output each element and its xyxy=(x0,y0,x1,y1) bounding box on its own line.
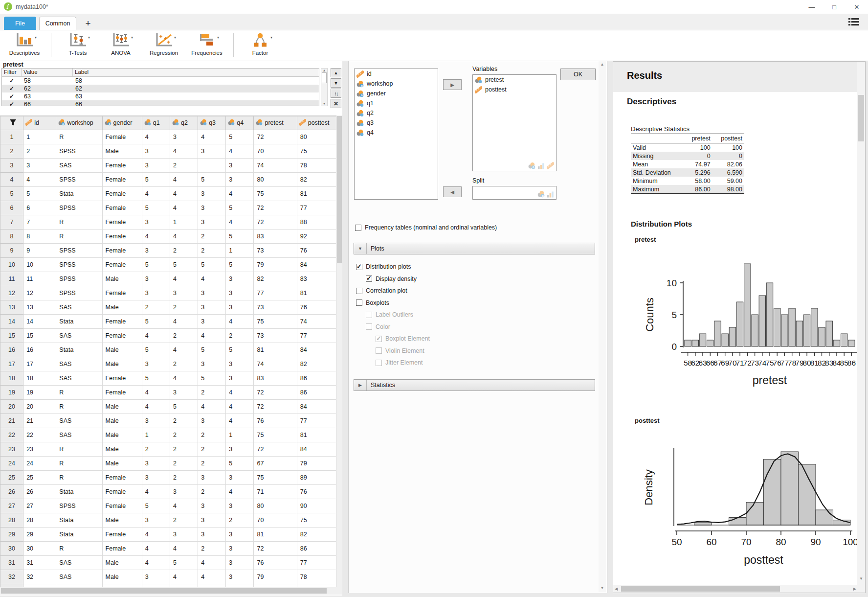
spreadsheet-vertical-scrollbar[interactable] xyxy=(336,115,342,587)
variable-item-gender[interactable]: agender xyxy=(355,89,438,98)
data-cell[interactable]: 18 xyxy=(23,371,56,386)
data-cell[interactable]: 4 xyxy=(170,542,198,556)
data-cell[interactable]: 75 xyxy=(297,144,336,159)
data-cell[interactable]: 75 xyxy=(254,428,297,442)
data-cell[interactable]: 5 xyxy=(170,400,198,414)
data-cell[interactable]: 3 xyxy=(226,286,254,300)
data-cell[interactable]: 5 xyxy=(226,258,254,272)
data-cell[interactable]: SAS xyxy=(56,414,102,428)
data-cell[interactable]: 3 xyxy=(170,528,198,542)
data-cell[interactable]: 4 xyxy=(170,570,198,584)
filter-check-icon[interactable]: ✓ xyxy=(2,101,22,106)
data-cell[interactable]: Female xyxy=(102,528,142,542)
data-cell[interactable]: 3 xyxy=(142,159,170,173)
data-cell[interactable]: 2 xyxy=(198,457,226,471)
data-cell[interactable]: 79 xyxy=(254,258,297,272)
data-cell[interactable]: 1 xyxy=(170,215,198,230)
data-cell[interactable]: SPSS xyxy=(56,244,102,258)
add-tab-button[interactable]: + xyxy=(81,17,95,30)
data-cell[interactable]: 3 xyxy=(198,215,226,230)
data-cell[interactable]: 86 xyxy=(297,371,336,386)
ribbon-button-frequencies[interactable]: ▾Frequencies xyxy=(185,30,228,60)
data-cell[interactable]: 4 xyxy=(198,329,226,343)
data-cell[interactable]: 77 xyxy=(297,556,336,570)
row-number[interactable]: 23 xyxy=(0,442,23,457)
data-cell[interactable]: SPSS xyxy=(56,144,102,159)
data-cell[interactable]: 79 xyxy=(254,570,297,584)
data-cell[interactable]: 13 xyxy=(23,300,56,315)
data-cell[interactable]: 3 xyxy=(198,315,226,329)
data-cell[interactable]: 83 xyxy=(297,272,336,286)
data-cell[interactable]: Stata xyxy=(56,187,102,201)
data-cell[interactable]: 3 xyxy=(198,528,226,542)
data-cell[interactable]: 4 xyxy=(142,542,170,556)
data-cell[interactable]: 73 xyxy=(254,244,297,258)
data-cell[interactable]: 3 xyxy=(142,471,170,485)
data-cell[interactable]: Female xyxy=(102,230,142,244)
data-cell[interactable]: SAS xyxy=(56,371,102,386)
checkbox-display-density[interactable]: Display density xyxy=(366,275,417,283)
row-number[interactable]: 4 xyxy=(0,173,23,187)
data-cell[interactable]: 6 xyxy=(23,201,56,215)
data-cell[interactable]: Female xyxy=(102,315,142,329)
row-number[interactable]: 24 xyxy=(0,457,23,471)
row-number[interactable]: 3 xyxy=(0,159,23,173)
data-cell[interactable]: 22 xyxy=(23,428,56,442)
data-cell[interactable]: 3 xyxy=(142,513,170,528)
label-value[interactable]: 58 xyxy=(22,77,73,84)
row-number[interactable]: 29 xyxy=(0,528,23,542)
data-cell[interactable]: 3 xyxy=(226,528,254,542)
data-cell[interactable]: 5 xyxy=(142,258,170,272)
ribbon-button-regression[interactable]: ▾Regression xyxy=(142,30,185,60)
data-cell[interactable]: 75 xyxy=(297,513,336,528)
column-header-q4[interactable]: q4 xyxy=(226,116,254,130)
data-cell[interactable]: 2 xyxy=(170,414,198,428)
data-cell[interactable]: 16 xyxy=(23,343,56,357)
row-number[interactable]: 1 xyxy=(0,130,23,144)
data-cell[interactable]: 3 xyxy=(226,159,254,173)
data-cell[interactable]: Stata xyxy=(56,485,102,499)
data-cell[interactable]: 74 xyxy=(254,159,297,173)
data-cell[interactable]: Female xyxy=(102,201,142,215)
data-cell[interactable]: 30 xyxy=(23,542,56,556)
data-cell[interactable]: 25 xyxy=(23,471,56,485)
data-cell[interactable]: 2 xyxy=(226,513,254,528)
data-cell[interactable]: 24 xyxy=(23,457,56,471)
data-cell[interactable]: 3 xyxy=(170,286,198,300)
data-cell[interactable]: Male xyxy=(102,457,142,471)
ribbon-button-ttests[interactable]: ▾T-Tests xyxy=(56,30,99,60)
data-cell[interactable]: 72 xyxy=(254,400,297,414)
data-cell[interactable]: 84 xyxy=(297,400,336,414)
data-cell[interactable]: 72 xyxy=(254,201,297,215)
data-cell[interactable]: 19 xyxy=(23,386,56,400)
data-cell[interactable]: SAS xyxy=(56,159,102,173)
data-cell[interactable]: 17 xyxy=(23,357,56,371)
data-cell[interactable]: 3 xyxy=(226,272,254,286)
data-cell[interactable]: SPSS xyxy=(56,286,102,300)
data-cell[interactable]: 4 xyxy=(198,400,226,414)
data-cell[interactable]: 5 xyxy=(198,258,226,272)
variable-item-pretest[interactable]: pretest xyxy=(473,75,556,85)
data-cell[interactable]: 72 xyxy=(254,130,297,144)
data-cell[interactable]: 2 xyxy=(142,300,170,315)
data-cell[interactable]: Male xyxy=(102,414,142,428)
data-cell[interactable]: 5 xyxy=(226,457,254,471)
data-cell[interactable]: 5 xyxy=(142,371,170,386)
data-cell[interactable]: 5 xyxy=(198,371,226,386)
maximize-button[interactable]: □ xyxy=(823,0,846,14)
data-cell[interactable]: 81 xyxy=(254,343,297,357)
results-vertical-scrollbar[interactable]: ▼ xyxy=(857,62,865,593)
data-cell[interactable]: R xyxy=(56,442,102,457)
data-cell[interactable]: 4 xyxy=(226,315,254,329)
data-cell[interactable]: 67 xyxy=(254,457,297,471)
data-cell[interactable]: 4 xyxy=(226,144,254,159)
data-cell[interactable]: 4 xyxy=(198,556,226,570)
checkbox-distribution-plots[interactable]: Distribution plots xyxy=(356,263,411,271)
data-cell[interactable]: 4 xyxy=(226,414,254,428)
data-cell[interactable]: 78 xyxy=(297,570,336,584)
data-cell[interactable]: SAS xyxy=(56,570,102,584)
data-cell[interactable]: Female xyxy=(102,485,142,499)
data-cell[interactable]: 76 xyxy=(297,485,336,499)
data-cell[interactable]: 4 xyxy=(170,272,198,286)
data-cell[interactable]: Female xyxy=(102,471,142,485)
